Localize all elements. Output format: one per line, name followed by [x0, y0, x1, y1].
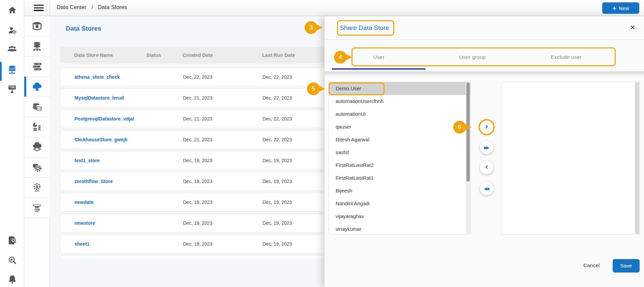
monitor-user-icon	[7, 84, 17, 94]
divider	[325, 39, 644, 40]
sidebar2-item-data-filter[interactable]	[24, 198, 50, 218]
datastore-link[interactable]: sheet1	[74, 235, 145, 253]
chevron-right-icon: ›	[485, 122, 488, 131]
move-all-right-button[interactable]: ▶▶	[480, 141, 493, 154]
top-bar: Data Center / Data Stores + New	[24, 0, 644, 16]
database-cluster-icon	[32, 41, 42, 51]
datastore-link[interactable]: newdata	[74, 193, 145, 211]
sidebar-item-user-groups[interactable]	[0, 40, 24, 58]
breadcrumb-section[interactable]: Data Center	[57, 4, 86, 10]
move-all-left-button[interactable]: ◀◀	[480, 182, 493, 195]
notifications-bell-icon	[7, 275, 17, 284]
share-datastore-panel: Share Data Store × User User group Exclu…	[325, 16, 644, 287]
user-list-item-selected[interactable]: Demo User	[329, 82, 470, 95]
scrollbar-track[interactable]	[466, 82, 470, 234]
sidebar-item-home[interactable]	[0, 1, 24, 19]
sidebar2-item-data-processing[interactable]	[24, 157, 50, 178]
status-value	[147, 89, 180, 107]
datastore-link[interactable]: test1_store	[74, 151, 145, 170]
sidebar2-item-database-cluster[interactable]	[24, 36, 50, 57]
share-tabs: User User group Exclude user	[332, 47, 613, 67]
available-users-list: Demo User automationUserclhnh automation…	[329, 82, 471, 235]
status-value	[147, 193, 180, 211]
move-selected-left-button[interactable]: ‹	[480, 161, 493, 174]
scrollbar-thumb[interactable]	[466, 82, 470, 182]
home-icon	[8, 6, 17, 15]
database-home-icon	[32, 21, 42, 31]
datastore-link[interactable]: athena_store_check	[74, 68, 145, 86]
tab-user[interactable]: User	[332, 47, 426, 67]
tab-user-group[interactable]: User group	[426, 47, 519, 67]
column-header-created[interactable]: Created Date	[183, 47, 257, 63]
sidebar-item-training[interactable]	[0, 80, 24, 98]
api-gear-icon: API	[32, 183, 42, 193]
sidebar-item-notifications[interactable]	[0, 271, 24, 287]
status-value	[147, 68, 180, 86]
status-value	[147, 235, 180, 253]
sidebar2-item-api[interactable]: API	[24, 178, 50, 198]
plus-icon: +	[612, 5, 616, 11]
user-list-item[interactable]: qauser	[329, 120, 470, 133]
status-value	[147, 172, 180, 190]
data-transfer-chart-icon	[32, 122, 42, 132]
sidebar2-item-data-transfer[interactable]	[24, 117, 50, 137]
move-selected-right-button[interactable]: ›	[480, 120, 493, 134]
datastore-link[interactable]: newstore	[74, 214, 145, 232]
sidebar-item-data-catalog[interactable]	[0, 231, 24, 249]
chevron-left-icon: ‹	[485, 163, 488, 171]
double-arrow-right-icon: ▶▶	[484, 145, 489, 150]
sidebar-item-data-stores[interactable]	[0, 61, 24, 79]
panel-title: Share Data Store	[340, 24, 389, 32]
database-code-icon: </>	[32, 102, 42, 112]
user-list-item[interactable]: Nandini Angadi	[329, 197, 470, 210]
active-tab-indicator	[332, 68, 426, 70]
sidebar2-item-data-stores[interactable]	[24, 77, 50, 97]
status-value	[147, 131, 180, 149]
column-header-status[interactable]: Status	[146, 47, 180, 63]
datastore-link[interactable]: MysqlDatastore_lerud	[74, 89, 145, 107]
data-search-icon	[7, 256, 17, 265]
tab-exclude-user[interactable]: Exclude user	[519, 47, 613, 67]
created-date: Dec, 21, 2023	[183, 131, 257, 149]
scrollbar-track[interactable]	[635, 82, 639, 234]
datastore-link[interactable]: PostgresqlDatastore_vdjal	[74, 110, 145, 128]
svg-text:</>: </>	[37, 107, 41, 110]
divider	[50, 0, 50, 16]
breadcrumb-page[interactable]: Data Stores	[98, 4, 127, 10]
sidebar2-item-custom-datastore[interactable]: </>	[24, 97, 50, 117]
cancel-button[interactable]: Cancel	[583, 262, 600, 268]
sidebar-item-user-settings[interactable]	[0, 22, 24, 39]
datastore-link[interactable]: ClickhouseStore_gwejk	[74, 131, 145, 149]
new-button[interactable]: + New	[602, 2, 639, 14]
created-date: Dec, 21, 2023	[183, 89, 257, 107]
datastore-link[interactable]: zerothflow_Store	[74, 172, 145, 190]
tabs-shadow	[325, 71, 644, 77]
server-rack-icon	[32, 62, 42, 72]
double-arrow-left-icon: ◀◀	[484, 186, 489, 191]
sidebar-item-data-search[interactable]	[0, 252, 24, 269]
save-button[interactable]: Save	[613, 259, 640, 273]
created-date: Dec, 19, 2023	[183, 235, 257, 253]
user-list-item[interactable]: vinaykumar	[329, 223, 470, 235]
user-list-item[interactable]: Bijeesh	[329, 184, 470, 197]
user-list-item[interactable]: FirstRatLastRat2	[329, 159, 470, 172]
status-value	[147, 214, 180, 232]
funnel-gear-icon	[32, 203, 42, 213]
column-header-name[interactable]: Data Store Name	[74, 47, 145, 63]
user-settings-icon	[8, 26, 17, 35]
menu-hamburger-icon[interactable]	[34, 5, 44, 11]
user-list-item[interactable]: sasfsf	[329, 146, 470, 159]
created-date: Dec, 19, 2023	[183, 151, 257, 170]
sidebar2-item-data-lake[interactable]	[24, 137, 50, 157]
user-list-item[interactable]: Ritesh Agarwal	[329, 133, 470, 146]
sidebar2-item-servers[interactable]	[24, 57, 50, 77]
user-list-item[interactable]: automationUserclhnh	[329, 95, 470, 108]
created-date: Dec, 21, 2023	[183, 110, 257, 128]
primary-sidebar	[0, 0, 24, 287]
sidebar2-item-data-warehouse[interactable]	[24, 16, 50, 36]
created-date: Dec, 22, 2023	[183, 68, 257, 86]
user-list-item[interactable]: automationUI	[329, 108, 470, 120]
close-icon[interactable]: ×	[627, 22, 638, 32]
user-list-item[interactable]: vijayaraghav	[329, 210, 470, 223]
user-list-item[interactable]: FirstRatLastRat1	[329, 172, 470, 184]
